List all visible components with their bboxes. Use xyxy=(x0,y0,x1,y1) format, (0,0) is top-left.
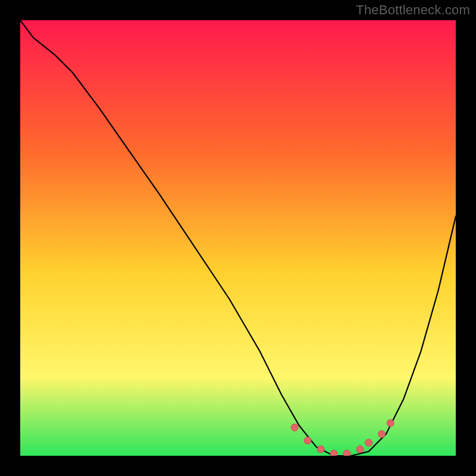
gradient-background xyxy=(20,20,456,456)
optimal-marker-dot xyxy=(317,446,324,453)
optimal-marker-dot xyxy=(365,439,372,446)
chart-frame: TheBottleneck.com xyxy=(0,0,476,476)
optimal-marker-dot xyxy=(330,450,337,456)
optimal-marker-dot xyxy=(356,446,364,453)
watermark-label: TheBottleneck.com xyxy=(356,2,470,18)
plot-area xyxy=(20,20,456,456)
optimal-marker-dot xyxy=(378,430,386,437)
optimal-marker-dot xyxy=(343,450,350,456)
optimal-marker-dot xyxy=(304,437,311,444)
chart-svg xyxy=(20,20,456,456)
optimal-marker-dot xyxy=(387,419,394,427)
optimal-marker-dot xyxy=(291,424,298,431)
